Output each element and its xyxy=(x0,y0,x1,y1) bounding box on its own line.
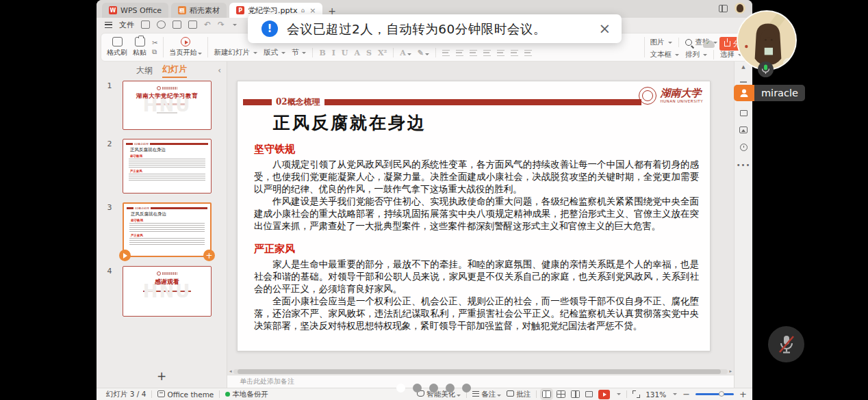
section-button[interactable]: 节 xyxy=(292,48,307,57)
print-icon[interactable] xyxy=(173,21,181,29)
slide-body-text[interactable]: 坚守铁规 八项规定引领了从党风政风到民风的系统性变革，各方面风气的持续改善让每一… xyxy=(254,143,699,332)
mute-microphone-button[interactable] xyxy=(768,326,804,362)
save-icon[interactable] xyxy=(141,21,150,29)
zoom-caret-icon[interactable] xyxy=(673,393,677,395)
banner-close-icon[interactable]: × xyxy=(598,22,611,36)
notes-toggle-button[interactable]: 备注 xyxy=(472,390,501,399)
underline-button[interactable]: U xyxy=(342,49,348,57)
zoom-out-button[interactable]: − xyxy=(682,390,690,399)
notes-bar[interactable]: 单击此处添加备注 xyxy=(227,375,734,388)
textbox-button[interactable]: 文本框 xyxy=(650,50,680,59)
paste-button[interactable]: 粘贴 xyxy=(133,37,146,57)
slide-thumb-1[interactable]: 1 HNU 湖南大学党纪学习教育 xyxy=(97,81,227,130)
play-slide-button[interactable] xyxy=(119,250,131,261)
play-from-current-button[interactable]: 当页开始 xyxy=(169,37,202,57)
history-icon[interactable] xyxy=(740,144,748,151)
slide-sorter-view-button[interactable] xyxy=(557,390,565,398)
more-tools-icon[interactable]: ••• xyxy=(737,161,751,169)
collapse-panel-icon[interactable]: ‹ xyxy=(218,66,221,75)
link-icon[interactable] xyxy=(157,21,166,29)
indent-decrease-icon[interactable] xyxy=(511,50,518,56)
scroll-left-icon[interactable]: ◂ xyxy=(229,369,232,374)
arrange-button[interactable]: 排列 xyxy=(685,50,707,59)
zoom-slider[interactable] xyxy=(695,393,734,395)
participant-name: miracle xyxy=(754,85,805,101)
slide-thumb-4[interactable]: 4 HNU 感谢观看 xyxy=(97,266,227,317)
page-dot[interactable] xyxy=(446,384,455,392)
page-dot[interactable] xyxy=(429,384,438,392)
home-icon[interactable]: ⌂ xyxy=(301,7,305,14)
bold-button[interactable]: B xyxy=(319,49,325,57)
current-slide[interactable]: 02概念梳理 湖南大学 HUNAN UNIVERSITY 正风反腐就在身边 坚守… xyxy=(237,81,711,351)
superscript-button[interactable]: X² xyxy=(378,49,387,57)
page-dot[interactable] xyxy=(462,384,471,392)
copy-icon[interactable]: ⧉ xyxy=(152,49,157,55)
wps-window: W WPS Office 稻 稻壳素材 P 党纪学习.pptx ⌂ × + 文件… xyxy=(97,0,752,400)
tab-label: 稻壳素材 xyxy=(190,5,220,16)
align-left-icon[interactable] xyxy=(442,50,450,56)
add-slide-here-button[interactable]: + xyxy=(203,250,215,261)
scroll-up-icon[interactable]: ▲ xyxy=(741,64,745,70)
mic-icon xyxy=(761,64,770,75)
slide-thumb-3-selected[interactable]: 3 02概念梳理 正风反腐就在身边 坚守铁规 严正家风 + xyxy=(97,202,227,257)
fit-window-icon[interactable] xyxy=(633,390,640,398)
strikethrough-button[interactable]: S xyxy=(366,49,372,57)
slide-canvas[interactable]: 02概念梳理 湖南大学 HUNAN UNIVERSITY 正风反腐就在身边 坚守… xyxy=(227,62,734,369)
collapse-strip-icon[interactable] xyxy=(740,81,747,83)
tab-wps-office[interactable]: W WPS Office xyxy=(102,3,168,18)
theme-button[interactable]: Office theme xyxy=(157,390,214,399)
italic-button[interactable]: I xyxy=(332,49,335,57)
highlight-button[interactable]: ✎ xyxy=(418,49,429,57)
zoom-level[interactable]: 131% xyxy=(646,390,666,399)
media-icon[interactable] xyxy=(739,126,748,133)
indent-increase-icon[interactable] xyxy=(524,50,532,56)
horizontal-scrollbar[interactable]: ◂ ▸ xyxy=(227,369,734,375)
slideshow-caret-icon[interactable] xyxy=(617,393,621,395)
participant-mic-active-icon[interactable] xyxy=(758,62,774,77)
char-format-button[interactable]: A xyxy=(354,49,360,57)
mirror-icon[interactable] xyxy=(585,391,593,397)
undo-icon[interactable]: ↶ xyxy=(204,20,211,29)
zoom-slider-thumb[interactable] xyxy=(719,391,724,397)
cloud-sync-icon[interactable] xyxy=(703,40,715,48)
redo-icon[interactable]: ↷ xyxy=(218,20,225,29)
thumb-title: 正风反腐就在身边 xyxy=(131,211,210,217)
print-preview-icon[interactable] xyxy=(188,21,197,29)
close-tab-icon[interactable]: × xyxy=(309,6,316,15)
slide-thumb-2[interactable]: 2 02概念梳理 正风反腐就在身边 坚守铁规 严正家风 xyxy=(97,139,227,194)
new-slide-bottom-button[interactable]: + xyxy=(97,364,227,388)
paragraph: 作风建设是关乎我们党能否守住初心、实现执政使命的重大问题，各级纪检监察机关紧紧围… xyxy=(254,195,699,232)
new-slide-button[interactable]: 新建幻灯片 xyxy=(214,48,257,57)
font-color-button[interactable]: A xyxy=(400,49,411,57)
tab-outline[interactable]: 大纲 xyxy=(136,65,153,77)
redo-caret-icon[interactable] xyxy=(233,24,237,26)
page-dot[interactable] xyxy=(413,384,422,392)
tab-docer[interactable]: 稻 稻壳素材 xyxy=(171,3,227,18)
align-right-icon[interactable] xyxy=(470,50,477,56)
tab-slides[interactable]: 幻灯片 xyxy=(162,64,187,78)
local-backup-status[interactable]: 本地备份开 xyxy=(225,390,268,399)
transition-icon[interactable] xyxy=(740,110,748,116)
menu-icon[interactable] xyxy=(105,22,112,28)
account-avatar[interactable] xyxy=(735,3,745,14)
slideshow-button[interactable] xyxy=(598,390,610,399)
normal-view-button[interactable] xyxy=(542,390,551,398)
picture-button[interactable]: 图片 xyxy=(650,38,672,47)
comments-button[interactable]: 批注 xyxy=(507,390,531,399)
reading-view-button[interactable] xyxy=(571,390,580,398)
scroll-right-icon[interactable]: ▸ xyxy=(729,369,732,374)
format-painter-button[interactable]: 格式刷 xyxy=(107,37,127,57)
align-center-icon[interactable] xyxy=(456,50,463,56)
zoom-in-button[interactable]: + xyxy=(739,390,747,399)
line-spacing-icon[interactable] xyxy=(497,50,505,56)
justify-icon[interactable] xyxy=(483,50,491,56)
cut-icon[interactable]: ✂ xyxy=(152,40,157,46)
overlay-page-dots[interactable] xyxy=(396,384,471,392)
layout-button[interactable]: 版式 xyxy=(264,48,285,57)
page-dot-active[interactable] xyxy=(396,384,405,392)
layout-toggle-icon[interactable] xyxy=(719,5,728,12)
ppt-file-icon: P xyxy=(236,6,244,14)
slide-title[interactable]: 正风反腐就在身边 xyxy=(273,111,426,134)
scrollbar-thumb[interactable] xyxy=(238,369,722,374)
file-menu[interactable]: 文件 xyxy=(119,20,134,30)
